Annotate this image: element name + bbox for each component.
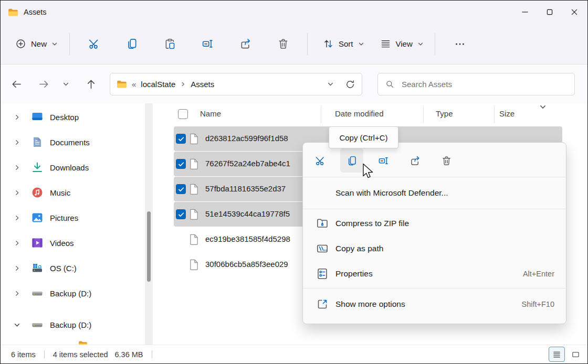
search-input[interactable]: [401, 79, 568, 89]
context-delete-button[interactable]: [435, 148, 458, 173]
address-dropdown-chevron-icon[interactable]: [327, 81, 334, 88]
chevron-down-icon: [62, 81, 69, 88]
up-arrow-icon: [85, 78, 97, 90]
large-icons-view-icon: [571, 349, 580, 360]
chevron-right-icon[interactable]: [13, 265, 20, 272]
share-button[interactable]: [226, 32, 264, 56]
sort-arrows-icon: [323, 38, 334, 49]
menu-item-compress-zip[interactable]: Compress to ZIP file: [303, 211, 566, 236]
window-title: Assets: [24, 8, 47, 16]
select-all-checkbox[interactable]: [178, 109, 188, 119]
file-name: ec919be381585f4d5298: [205, 234, 290, 243]
check-icon: [177, 186, 185, 193]
chevron-down-icon: [358, 41, 364, 47]
checked-checkbox[interactable]: [176, 209, 186, 219]
breadcrumb-segment-assets[interactable]: Assets: [191, 80, 214, 89]
refresh-icon[interactable]: [345, 79, 355, 90]
context-menu: Scan with Microsoft Defender... Compress…: [302, 142, 566, 324]
sidebar-item-os-c[interactable]: OS (C:): [3, 256, 142, 280]
chevron-right-icon[interactable]: [13, 189, 20, 196]
close-button[interactable]: [562, 1, 586, 24]
context-copy-button[interactable]: [340, 148, 363, 173]
delete-button[interactable]: [264, 32, 302, 56]
menu-item-label: Compress to ZIP file: [335, 219, 554, 228]
recent-locations-button[interactable]: [56, 72, 75, 95]
context-cut-button[interactable]: [309, 148, 332, 173]
address-bar[interactable]: « localState Assets: [110, 73, 362, 95]
file-name: 76267f52a24eb7abe4c1: [205, 159, 290, 168]
cut-icon: [88, 38, 100, 50]
breadcrumb-collapsed-indicator[interactable]: «: [132, 80, 136, 89]
rename-button[interactable]: [188, 32, 226, 56]
forward-button[interactable]: [32, 72, 55, 95]
column-header-type[interactable]: Type: [436, 109, 453, 118]
sidebar-item-videos[interactable]: Videos: [3, 231, 142, 254]
zip-folder-icon: [316, 217, 329, 230]
large-icons-view-toggle[interactable]: [568, 347, 584, 362]
sidebar-item-label: Desktop: [50, 113, 79, 122]
menu-item-shortcut: Shift+F10: [522, 300, 554, 308]
command-toolbar: New Sort View: [1, 24, 587, 65]
sidebar-item-backup-d[interactable]: Backup (D:): [3, 282, 142, 305]
chevron-right-icon[interactable]: [13, 139, 20, 146]
column-separator[interactable]: [494, 106, 495, 123]
column-header-date-modified[interactable]: Date modified: [335, 109, 384, 118]
chevron-right-icon[interactable]: [13, 215, 20, 221]
column-header-name[interactable]: Name: [200, 109, 221, 118]
context-share-button[interactable]: [403, 148, 426, 173]
sidebar-scrollbar-thumb[interactable]: [147, 211, 151, 282]
menu-item-shortcut: Alt+Enter: [523, 270, 554, 278]
file-icon: [189, 158, 199, 170]
trash-icon: [277, 38, 289, 50]
paste-button[interactable]: [151, 32, 188, 56]
sidebar-item-pictures[interactable]: Pictures: [3, 206, 142, 229]
chevron-right-icon[interactable]: [13, 240, 20, 247]
sidebar-item-downloads[interactable]: Downloads: [3, 156, 142, 179]
sort-button[interactable]: Sort: [317, 34, 370, 54]
menu-item-show-more-options[interactable]: Show more options Shift+F10: [303, 290, 566, 318]
chevron-right-icon[interactable]: [13, 164, 20, 171]
sidebar-item-desktop[interactable]: Desktop: [3, 105, 142, 129]
column-separator[interactable]: [423, 106, 424, 123]
check-icon: [177, 160, 185, 168]
back-button[interactable]: [5, 72, 28, 95]
chevron-right-icon[interactable]: [13, 290, 20, 297]
menu-separator: [303, 288, 566, 288]
sidebar-item-documents[interactable]: Documents: [3, 131, 142, 154]
trash-icon: [441, 155, 452, 166]
chevron-down-icon[interactable]: [13, 322, 20, 328]
checked-checkbox[interactable]: [176, 134, 186, 144]
menu-item-copy-as-path[interactable]: Copy as path: [303, 236, 566, 261]
column-separator[interactable]: [321, 106, 321, 123]
forward-arrow-icon: [38, 78, 50, 90]
share-icon: [239, 38, 251, 50]
file-icon: [189, 259, 199, 271]
maximize-button[interactable]: [537, 1, 562, 24]
toolbar-separator: [69, 33, 70, 55]
minimize-button[interactable]: [512, 1, 537, 24]
new-button[interactable]: New: [9, 34, 64, 54]
status-separator: [44, 350, 45, 358]
menu-item-properties[interactable]: Properties Alt+Enter: [303, 261, 566, 286]
menu-item-scan-defender[interactable]: Scan with Microsoft Defender...: [303, 179, 566, 207]
view-button[interactable]: View: [374, 34, 429, 54]
sidebar-item-backup-d-expanded[interactable]: Backup (D:): [3, 313, 142, 336]
breadcrumb-segment-localstate[interactable]: localState: [141, 80, 175, 89]
cut-icon: [315, 155, 326, 166]
cut-button[interactable]: [75, 32, 113, 56]
more-options-button[interactable]: [448, 33, 472, 56]
context-rename-button[interactable]: [372, 148, 395, 173]
up-button[interactable]: [79, 72, 102, 95]
copy-button[interactable]: [113, 32, 151, 56]
checked-checkbox[interactable]: [176, 184, 186, 194]
downloads-icon: [31, 161, 44, 174]
details-view-toggle[interactable]: [549, 347, 565, 362]
sidebar-item-music[interactable]: Music: [3, 181, 142, 204]
sidebar-item-label: OS (C:): [50, 264, 77, 273]
chevron-right-icon[interactable]: [13, 114, 20, 121]
status-separator: [152, 350, 152, 358]
checked-checkbox[interactable]: [176, 159, 186, 169]
column-header-size[interactable]: Size: [499, 109, 514, 118]
breadcrumb-separator-icon: [180, 81, 186, 87]
view-lines-icon: [380, 38, 391, 49]
